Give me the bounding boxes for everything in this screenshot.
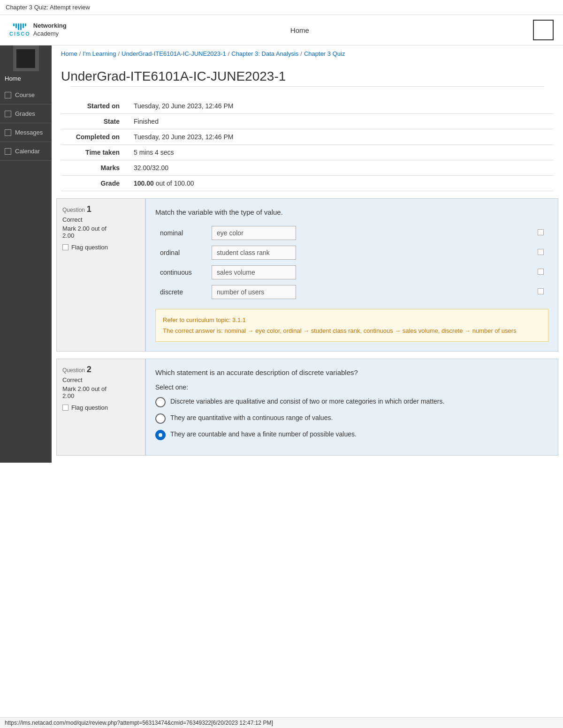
info-row-started: Started on Tuesday, 20 June 2023, 12:46 … — [61, 98, 554, 114]
networking-label: Networking — [33, 22, 67, 30]
q2-select-one: Select one: — [155, 383, 548, 391]
q2-option2[interactable]: They are quantitative with a continuous … — [155, 413, 548, 424]
sidebar-grades-checkbox — [5, 111, 11, 117]
q2-label: Question — [62, 367, 85, 374]
match-input-ordinal: student class rank — [207, 243, 533, 263]
state-label: State — [61, 114, 127, 129]
sidebar-calendar-checkbox — [5, 148, 11, 155]
sidebar-item-course[interactable]: Course — [0, 86, 52, 105]
q1-match-table: nominal eye color ordinal student class … — [155, 223, 548, 302]
q1-flag-checkbox[interactable] — [62, 244, 68, 250]
q2-option3[interactable]: They are countable and have a finite num… — [155, 429, 548, 440]
question2-content: Which statement is an accurate descripti… — [145, 359, 558, 456]
match-cb-nominal — [538, 229, 544, 235]
cisco-text: CISCO — [9, 31, 30, 37]
sidebar-item-messages[interactable]: Messages — [0, 123, 52, 142]
q1-number: 1 — [87, 204, 91, 214]
match-cb-cell-ordinal — [533, 243, 548, 263]
q2-flag-label: Flag question — [71, 404, 108, 411]
q2-number: 2 — [87, 365, 91, 374]
breadcrumb-course[interactable]: UnderGrad-ITE6101A-IC-JUNE2023-1 — [122, 50, 226, 57]
sidebar-item-calendar[interactable]: Calendar — [0, 142, 52, 161]
grade-value: 100.00 out of 100.00 — [127, 176, 554, 191]
match-value-continuous: sales volume — [212, 265, 296, 279]
started-on-value: Tuesday, 20 June 2023, 12:46 PM — [127, 98, 554, 114]
breadcrumb-sep2: / — [118, 50, 120, 57]
academy-text: Networking Academy — [33, 22, 67, 38]
bar2 — [15, 23, 17, 28]
q1-mark: Mark 2.00 out of 2.00 — [62, 225, 139, 239]
match-cb-cell-nominal — [533, 223, 548, 243]
match-value-ordinal: student class rank — [212, 246, 296, 260]
heading-divider — [70, 86, 544, 87]
q2-radio1[interactable] — [155, 397, 166, 407]
q2-option1-text: Discrete variables are qualitative and c… — [170, 397, 444, 406]
q1-mark-value: 2.00 — [62, 232, 74, 239]
q2-flag-checkbox[interactable] — [62, 405, 68, 411]
breadcrumb-home[interactable]: Home — [61, 50, 77, 57]
sidebar-home-link[interactable]: Home — [0, 71, 52, 86]
breadcrumb-chapter[interactable]: Chapter 3: Data Analysis — [231, 50, 298, 57]
question1-sidebar: Question 1 Correct Mark 2.00 out of 2.00… — [56, 198, 145, 352]
q2-status: Correct — [62, 376, 139, 383]
sidebar-course-label: Course — [15, 91, 35, 98]
q2-flag: Flag question — [62, 404, 139, 411]
q1-mark-label: Mark 2.00 out of — [62, 225, 107, 232]
grade-bold: 100.00 — [134, 180, 154, 187]
match-row-ordinal: ordinal student class rank — [155, 243, 548, 263]
match-label-nominal: nominal — [155, 223, 207, 243]
q2-label-area: Question 2 — [62, 365, 139, 375]
info-row-marks: Marks 32.00/32.00 — [61, 160, 554, 176]
match-cb-ordinal — [538, 249, 544, 255]
nav-home-link[interactable]: Home — [290, 26, 309, 34]
q1-flag: Flag question — [62, 244, 139, 251]
q2-radio3[interactable] — [155, 430, 166, 440]
nav-header: CISCO Networking Academy Home — [0, 15, 563, 45]
academy-label: Academy — [33, 30, 67, 38]
cisco-logo: CISCO — [9, 23, 30, 37]
bar5 — [23, 23, 24, 28]
q2-option3-text: They are countable and have a finite num… — [170, 429, 357, 439]
info-row-time: Time taken 5 mins 4 secs — [61, 145, 554, 160]
q1-feedback-topic: Refer to curriculum topic: 3.1.1 — [163, 316, 541, 323]
breadcrumb-learning[interactable]: I'm Learning — [83, 50, 116, 57]
question2-block: Question 2 Correct Mark 2.00 out of 2.00… — [56, 359, 558, 456]
marks-label: Marks — [61, 160, 127, 176]
q1-flag-label: Flag question — [71, 244, 108, 251]
sidebar-calendar-label: Calendar — [15, 148, 40, 155]
q2-radio2[interactable] — [155, 413, 166, 424]
sidebar-messages-checkbox — [5, 129, 11, 136]
sidebar-course-checkbox — [5, 92, 11, 98]
q2-text: Which statement is an accurate descripti… — [155, 368, 548, 376]
breadcrumb: Home / I'm Learning / UnderGrad-ITE6101A… — [52, 45, 563, 62]
logo-area: CISCO Networking Academy — [9, 22, 67, 38]
time-taken-value: 5 mins 4 secs — [127, 145, 554, 160]
match-value-nominal: eye color — [212, 226, 296, 240]
bar4 — [20, 23, 22, 30]
sidebar-top-box — [13, 45, 39, 71]
breadcrumb-sep4: / — [300, 50, 302, 57]
q1-feedback: Refer to curriculum topic: 3.1.1 The cor… — [155, 309, 548, 342]
match-row-discrete: discrete number of users — [155, 282, 548, 302]
sidebar: Home Course Grades Messages Calendar — [0, 45, 52, 463]
sidebar-item-grades[interactable]: Grades — [0, 105, 52, 123]
match-cb-cell-continuous — [533, 263, 548, 282]
page-heading-area: UnderGrad-ITE6101A-IC-JUNE2023-1 — [52, 62, 563, 91]
q2-mark-value: 2.00 — [62, 392, 74, 399]
match-cb-cell-discrete — [533, 282, 548, 302]
match-label-continuous: continuous — [155, 263, 207, 282]
breadcrumb-quiz[interactable]: Chapter 3 Quiz — [304, 50, 345, 57]
q2-option1[interactable]: Discrete variables are qualitative and c… — [155, 397, 548, 407]
info-row-state: State Finished — [61, 114, 554, 129]
content-area: Home Course Grades Messages Calendar Hom… — [0, 45, 563, 463]
q1-text: Match the variable with the type of valu… — [155, 208, 548, 216]
cisco-bars-icon — [13, 23, 26, 30]
bar6 — [25, 23, 26, 26]
q1-status: Correct — [62, 216, 139, 223]
match-input-nominal: eye color — [207, 223, 533, 243]
match-input-discrete: number of users — [207, 282, 533, 302]
sidebar-messages-label: Messages — [15, 129, 43, 136]
nav-menu-button[interactable] — [533, 20, 554, 40]
q2-mark: Mark 2.00 out of 2.00 — [62, 385, 139, 399]
match-label-discrete: discrete — [155, 282, 207, 302]
